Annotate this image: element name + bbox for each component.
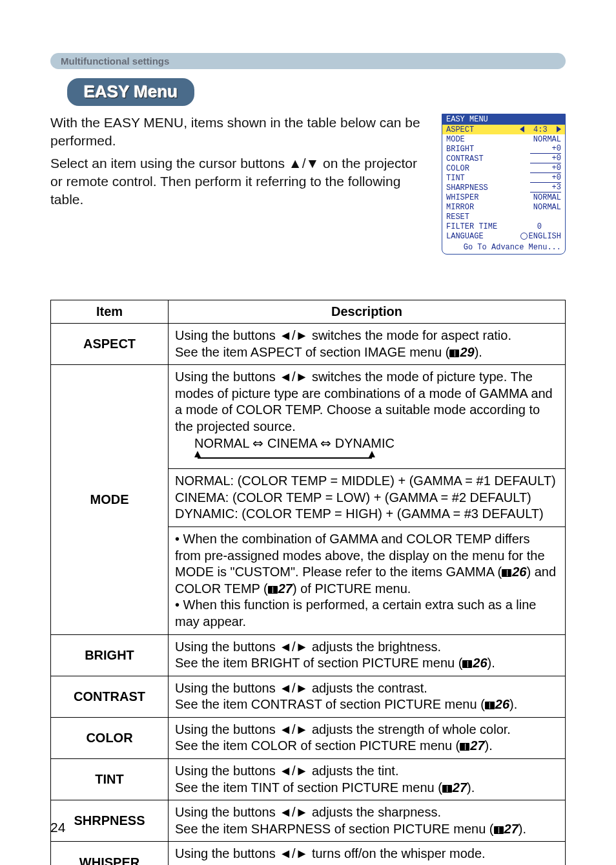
row-shrpness-item: SHRPNESS (51, 800, 169, 842)
section-header: Multifunctional settings (50, 53, 566, 69)
menu-row-reset: RESET (446, 212, 561, 222)
menu-row-color: COLOR+0 (446, 163, 561, 173)
row-aspect-item: ASPECT (51, 324, 169, 365)
triangle-right-icon (557, 126, 561, 132)
book-icon (502, 569, 511, 577)
row-aspect-desc: Using the buttons ◄/► switches the mode … (169, 324, 566, 365)
page-title: EASY Menu (67, 78, 194, 106)
menu-row-mirror: MIRRORNORMAL (446, 202, 561, 212)
row-color-desc: Using the buttons ◄/► adjusts the streng… (169, 717, 566, 758)
row-whisper-desc: Using the buttons ◄/► turns off/on the w… (169, 842, 566, 865)
menu-row-mode: MODENORMAL (446, 134, 561, 144)
intro-p2: Select an item using the cursor buttons … (50, 154, 430, 209)
th-item: Item (51, 300, 169, 324)
menu-row-bright: BRIGHT+0 (446, 144, 561, 154)
menu-row-aspect: ASPECT 4:3 (442, 125, 565, 134)
book-icon (442, 785, 452, 793)
book-icon (449, 349, 459, 357)
book-icon (460, 743, 469, 751)
intro-text: With the EASY MENU, items shown in the t… (50, 114, 430, 255)
menu-row-contrast: CONTRAST+0 (446, 154, 561, 163)
row-contrast-item: CONTRAST (51, 676, 169, 717)
easy-menu-title: EASY MENU (442, 114, 565, 125)
menu-row-filter-time: FILTER TIME0 (446, 222, 561, 231)
row-tint-item: TINT (51, 759, 169, 800)
intro-p1: With the EASY MENU, items shown in the t… (50, 114, 430, 151)
globe-icon (520, 233, 528, 240)
row-bright-desc: Using the buttons ◄/► adjusts the bright… (169, 634, 566, 676)
book-icon (462, 660, 472, 668)
easy-menu-screenshot: EASY MENU ASPECT 4:3 MODENORMAL BRIGHT+0… (442, 114, 566, 255)
page-number: 24 (50, 820, 65, 835)
row-whisper-item: WHISPER (51, 842, 169, 865)
menu-row-language: LANGUAGE ENGLISH (446, 231, 561, 241)
row-mode-item: MODE (51, 365, 169, 634)
row-tint-desc: Using the buttons ◄/► adjusts the tint. … (169, 759, 566, 800)
book-icon (485, 702, 495, 709)
row-shrpness-desc: Using the buttons ◄/► adjusts the sharpn… (169, 800, 566, 842)
cycle-arrow-line (194, 452, 375, 464)
th-desc: Description (169, 300, 566, 324)
menu-row-tint: TINT+0 (446, 173, 561, 183)
row-mode-desc: Using the buttons ◄/► switches the mode … (169, 365, 566, 634)
book-icon (268, 586, 278, 594)
menu-row-whisper: WHISPERNORMAL (446, 193, 561, 202)
menu-row-sharpness: SHARPNESS+3 (446, 183, 561, 193)
row-color-item: COLOR (51, 717, 169, 758)
row-contrast-desc: Using the buttons ◄/► adjusts the contra… (169, 676, 566, 717)
triangle-left-icon (520, 126, 524, 132)
settings-table: Item Description ASPECT Using the button… (50, 300, 566, 865)
row-bright-item: BRIGHT (51, 634, 169, 676)
menu-footer: Go To Advance Menu... (442, 242, 565, 254)
book-icon (494, 826, 504, 834)
